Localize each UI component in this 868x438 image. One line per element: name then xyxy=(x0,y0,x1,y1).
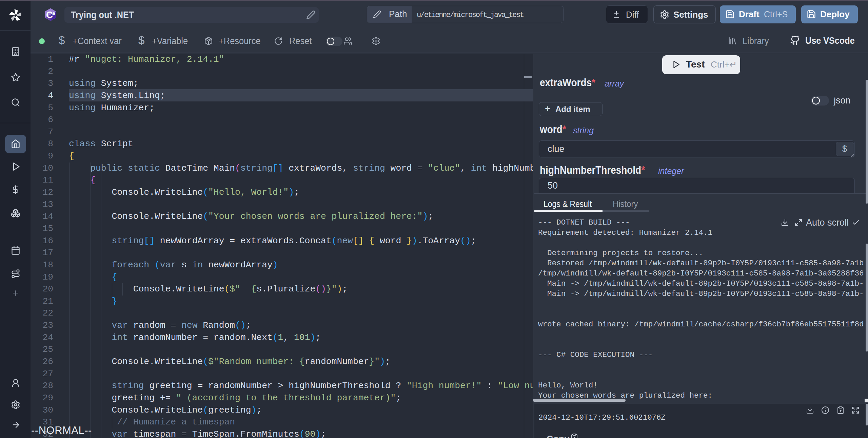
svg-text:C: C xyxy=(46,9,53,20)
svg-text:#: # xyxy=(52,11,55,17)
